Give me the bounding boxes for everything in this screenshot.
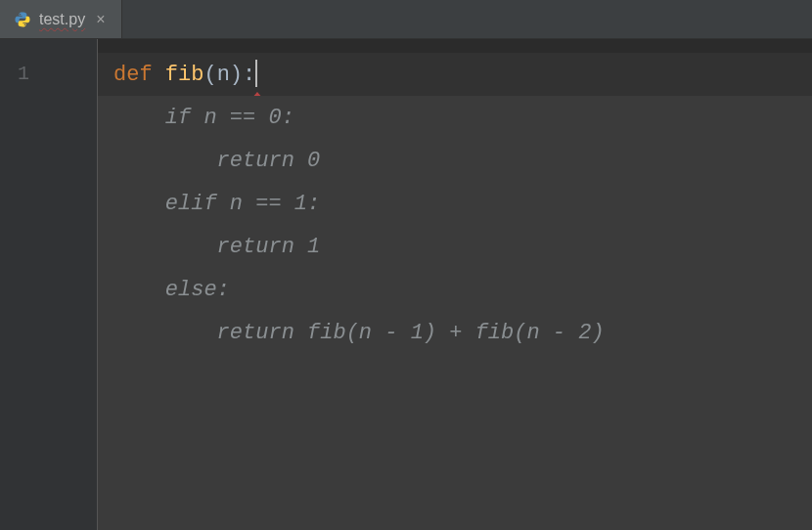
paren-close: ) [230, 63, 243, 87]
tab-bar: test.py × [0, 0, 812, 39]
suggestion-line: else: [98, 268, 812, 311]
line-number[interactable]: 1 [0, 53, 97, 96]
editor: 1 def fib(n): if n == 0: return 0 elif n… [0, 39, 812, 530]
suggestion-line: if n == 0: [98, 96, 812, 139]
function-name: fib [165, 63, 204, 87]
inline-suggestion[interactable]: if n == 0: return 0 elif n == 1: return … [98, 96, 812, 530]
tab-bar-empty [122, 0, 812, 38]
suggestion-line: return 1 [98, 225, 812, 268]
space [153, 63, 165, 87]
code-area[interactable]: def fib(n): if n == 0: return 0 elif n =… [98, 39, 812, 530]
close-tab-icon[interactable]: × [93, 10, 108, 29]
keyword-def: def [113, 63, 153, 87]
suggestion-line: return fib(n - 1) + fib(n - 2) [98, 311, 812, 354]
suggestion-line: return 0 [98, 139, 812, 182]
colon: : [243, 63, 255, 87]
file-tab[interactable]: test.py × [0, 0, 122, 38]
paren-open: ( [203, 63, 216, 87]
text-cursor [255, 60, 257, 87]
line-number-gutter[interactable]: 1 [0, 39, 98, 530]
parameter: n [217, 63, 230, 87]
suggestion-line: elif n == 1: [98, 182, 812, 225]
python-file-icon [14, 11, 31, 28]
tab-filename: test.py [39, 11, 85, 28]
